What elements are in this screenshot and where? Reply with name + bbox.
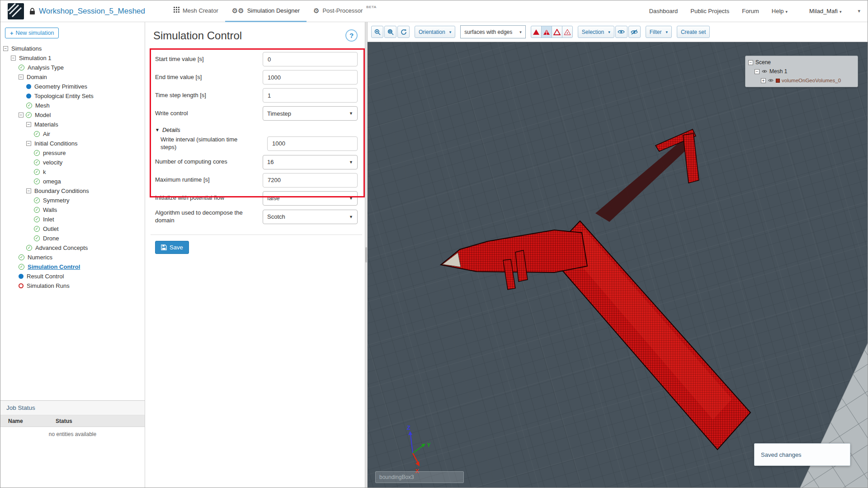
- nav-link-dashboard[interactable]: Dashboard: [649, 8, 678, 14]
- nav-link-help[interactable]: Help▾: [772, 8, 788, 14]
- collapse-icon[interactable]: −: [11, 56, 16, 61]
- help-button[interactable]: ?: [345, 29, 358, 42]
- end-time-input[interactable]: [263, 70, 358, 84]
- collapse-icon[interactable]: −: [26, 141, 31, 146]
- mesh-points-mode-button[interactable]: [562, 26, 573, 38]
- tree-item-label: Symmetry: [43, 197, 70, 204]
- select-value: false: [267, 195, 279, 202]
- tree-item-velocity[interactable]: ✓velocity: [0, 158, 145, 167]
- collapse-icon[interactable]: −: [19, 75, 24, 80]
- reset-view-button[interactable]: [397, 26, 410, 38]
- tab-simulation-designer[interactable]: ⚙⚙ Simulation Designer: [225, 0, 307, 22]
- tree-item-outlet[interactable]: ✓Outlet: [0, 224, 145, 234]
- tree-item-simulations[interactable]: −Simulations: [0, 44, 145, 53]
- tree-item-simulation-runs[interactable]: Simulation Runs: [0, 281, 145, 291]
- tree-item-drone[interactable]: ✓Drone: [0, 234, 145, 243]
- zoom-fit-button[interactable]: [384, 26, 396, 38]
- tree-item-label: pressure: [43, 150, 66, 156]
- visibility-eye-icon[interactable]: [768, 79, 774, 82]
- nav-link-forum[interactable]: Forum: [742, 8, 759, 14]
- field-decompose-algorithm: Algorithm used to decompose the domain S…: [151, 207, 362, 226]
- orientation-label: Orientation: [419, 29, 445, 35]
- tree-item-mesh[interactable]: ✓Mesh: [0, 101, 145, 110]
- tree-item-numerics[interactable]: ✓Numerics: [0, 253, 145, 262]
- collapse-icon[interactable]: −: [26, 122, 31, 127]
- decompose-algorithm-select[interactable]: Scotch ▼: [263, 210, 358, 224]
- start-time-input[interactable]: [263, 52, 358, 66]
- tree-item-label: Outlet: [43, 225, 59, 232]
- gear-icon: ⚙: [313, 7, 319, 14]
- mesh-wireframe-mode-button[interactable]: [552, 26, 562, 38]
- orientation-dropdown[interactable]: Orientation ▾: [415, 26, 455, 38]
- collapse-icon[interactable]: −: [748, 60, 753, 65]
- tree-item-initial-conditions[interactable]: −Initial Conditions: [0, 139, 145, 148]
- filter-dropdown[interactable]: Filter ▾: [646, 26, 672, 38]
- tree-item-topological-entity-sets[interactable]: Topological Entity Sets: [0, 91, 145, 101]
- tree-item-walls[interactable]: ✓Walls: [0, 205, 145, 215]
- select-value: Scotch: [267, 213, 285, 220]
- show-selection-button[interactable]: [615, 26, 627, 38]
- bounding-box-name-input[interactable]: [375, 471, 464, 483]
- collapse-icon[interactable]: −: [26, 188, 31, 193]
- collapse-icon[interactable]: −: [3, 46, 8, 51]
- tree-item-simulation-control[interactable]: ✓Simulation Control: [0, 262, 145, 272]
- project-title[interactable]: Workshop_Session_5_Meshed: [39, 7, 145, 16]
- tab-label: Simulation Designer: [247, 7, 300, 14]
- hide-selection-button[interactable]: [628, 26, 641, 38]
- tree-item-model[interactable]: −✓Model: [0, 110, 145, 120]
- tree-item-air[interactable]: ✓Air: [0, 129, 145, 139]
- tree-item-boundary-conditions[interactable]: −Boundary Conditions: [0, 186, 145, 196]
- chevron-down-icon: ▾: [608, 30, 610, 34]
- tree-item-label: Walls: [43, 206, 57, 213]
- selection-dropdown[interactable]: Selection ▾: [578, 26, 614, 38]
- visibility-eye-icon[interactable]: [762, 70, 767, 73]
- mesh-node[interactable]: − Mesh 1: [748, 67, 855, 76]
- create-set-button[interactable]: Create set: [677, 26, 710, 38]
- splitter-handle[interactable]: [365, 247, 367, 263]
- tree-item-inlet[interactable]: ✓Inlet: [0, 215, 145, 224]
- job-status-title: Job Status: [0, 401, 145, 415]
- tree-item-simulation-1[interactable]: −Simulation 1: [0, 53, 145, 63]
- time-step-input[interactable]: [263, 88, 358, 103]
- max-runtime-input[interactable]: [263, 173, 358, 188]
- potential-flow-select[interactable]: false ▼: [263, 191, 358, 206]
- tree-item-symmetry[interactable]: ✓Symmetry: [0, 196, 145, 205]
- tree-item-omega[interactable]: ✓omega: [0, 177, 145, 186]
- tree-item-k[interactable]: ✓k: [0, 167, 145, 177]
- start-time-label: Start time value [s]: [155, 56, 248, 63]
- tree-item-pressure[interactable]: ✓pressure: [0, 148, 145, 158]
- tree-item-analysis-type[interactable]: ✓Analysis Type: [0, 63, 145, 72]
- app-logo-icon[interactable]: [8, 3, 24, 19]
- nav-link-public-projects[interactable]: Public Projects: [690, 8, 729, 14]
- write-control-select[interactable]: Timestep ▼: [263, 106, 358, 121]
- check-icon: ✓: [34, 169, 40, 175]
- tree-item-materials[interactable]: −Materials: [0, 120, 145, 129]
- navbar-collapse-caret[interactable]: ▾: [858, 8, 860, 14]
- zoom-in-button[interactable]: [371, 26, 383, 38]
- check-icon: ✓: [34, 207, 40, 213]
- tree-item-geometry-primitives[interactable]: Geometry Primitives: [0, 82, 145, 91]
- scene-node[interactable]: − Scene: [748, 58, 855, 67]
- tree-item-domain[interactable]: −Domain: [0, 72, 145, 82]
- gears-icon: ⚙⚙: [232, 7, 244, 14]
- user-menu[interactable]: Milad_Mafi▾: [809, 8, 841, 14]
- computing-cores-select[interactable]: 16 ▼: [263, 155, 358, 169]
- mesh-surface-mode-button[interactable]: [531, 26, 542, 38]
- volume-node[interactable]: + volumeOnGeoVolumes_0: [748, 76, 855, 85]
- render-mode-select[interactable]: surfaces with edges ▾: [460, 25, 526, 38]
- viewport-canvas[interactable]: Z Y X − Scene − Mesh 1: [368, 42, 868, 488]
- save-button[interactable]: Save: [155, 241, 189, 254]
- details-toggle[interactable]: ▼ Details: [151, 122, 362, 134]
- field-start-time: Start time value [s]: [151, 50, 362, 68]
- collapse-icon[interactable]: −: [755, 69, 760, 74]
- y-axis-label: Y: [427, 441, 431, 448]
- mesh-surface-edges-mode-button[interactable]: [541, 26, 552, 38]
- tab-post-processor[interactable]: ⚙ Post-Processor BETA: [307, 0, 383, 22]
- expand-icon[interactable]: +: [761, 78, 766, 83]
- new-simulation-button[interactable]: + New simulation: [5, 28, 59, 38]
- tree-item-result-control[interactable]: Result Control: [0, 272, 145, 281]
- collapse-icon[interactable]: −: [19, 113, 24, 117]
- tab-mesh-creator[interactable]: Mesh Creator: [167, 0, 225, 22]
- write-interval-input[interactable]: [267, 136, 358, 151]
- tree-item-advanced-concepts[interactable]: ✓Advanced Concepts: [0, 243, 145, 253]
